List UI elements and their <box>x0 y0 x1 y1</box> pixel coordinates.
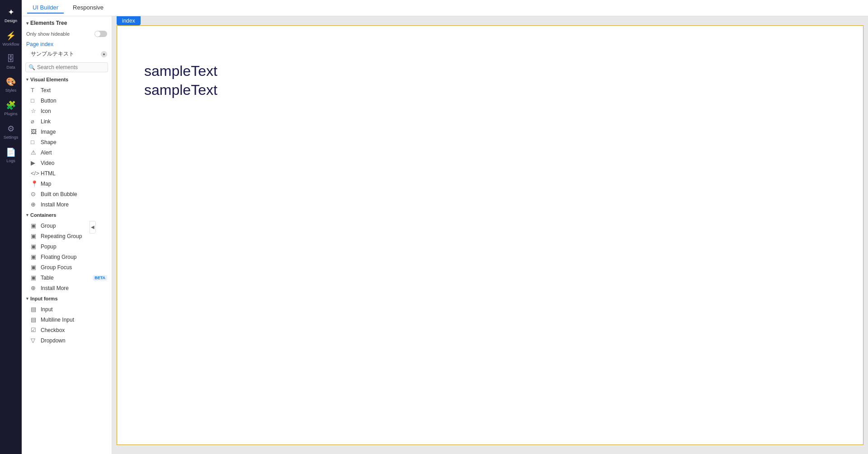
element-item-text[interactable]: T Text <box>22 85 112 95</box>
settings-icon: ⚙ <box>7 124 14 134</box>
element-label-built-on-bubble: Built on Bubble <box>41 191 77 197</box>
nav-item-logs[interactable]: 📄 Logs <box>0 144 22 167</box>
element-label-link: Link <box>41 118 51 125</box>
tab-responsive[interactable]: Responsive <box>67 2 109 14</box>
install-more-containers-icon: ⊕ <box>31 285 38 291</box>
sample-text-visibility-btn[interactable]: ● <box>101 51 107 57</box>
multiline-input-icon: ▤ <box>31 316 38 323</box>
logs-icon: 📄 <box>6 147 16 157</box>
table-icon: ▣ <box>31 274 38 281</box>
visual-elements-chevron: ▾ <box>26 77 28 82</box>
repeating-group-icon: ▣ <box>31 233 38 239</box>
content-area: ▾ Elements Tree Only show hideable Page … <box>22 16 868 454</box>
element-item-button[interactable]: □ Button <box>22 95 112 106</box>
top-bar: UI Builder Responsive <box>22 0 868 16</box>
search-input[interactable] <box>37 64 105 70</box>
element-label-text: Text <box>41 87 51 94</box>
button-icon: □ <box>31 97 38 104</box>
map-icon: 📍 <box>31 180 38 187</box>
sample-text-row: サンプルテキスト ● <box>22 49 112 61</box>
element-label-floating-group: Floating Group <box>41 254 76 260</box>
tab-ui-builder[interactable]: UI Builder <box>27 2 64 14</box>
element-item-dropdown[interactable]: ▽ Dropdown <box>22 335 112 346</box>
input-icon: ▤ <box>31 306 38 313</box>
page-index-row[interactable]: Page index <box>22 40 112 49</box>
element-item-icon[interactable]: ☆ Icon <box>22 106 112 116</box>
only-show-toggle[interactable] <box>94 31 107 37</box>
containers-label: Containers <box>30 212 56 218</box>
element-label-group-focus: Group Focus <box>41 264 72 271</box>
elements-tree-header: ▾ Elements Tree <box>22 16 112 30</box>
element-item-multiline-input[interactable]: ▤ Multiline Input <box>22 314 112 325</box>
element-label-alert: Alert <box>41 150 52 156</box>
element-label-checkbox: Checkbox <box>41 327 65 333</box>
sample-text-display-2: sampleText <box>144 81 836 100</box>
element-item-install-more-visual[interactable]: ⊕ Install More <box>22 199 112 210</box>
input-forms-chevron: ▾ <box>26 296 28 301</box>
element-item-install-more-containers[interactable]: ⊕ Install More <box>22 283 112 293</box>
left-panel: ▾ Elements Tree Only show hideable Page … <box>22 16 112 454</box>
element-item-checkbox[interactable]: ☑ Checkbox <box>22 325 112 335</box>
checkbox-icon: ☑ <box>31 327 38 333</box>
sample-text-display-1: sampleText <box>144 62 836 81</box>
link-icon: ⌀ <box>31 118 38 125</box>
element-item-popup[interactable]: ▣ Popup <box>22 241 112 252</box>
element-item-table[interactable]: ▣ Table BETA <box>22 272 112 283</box>
element-label-repeating-group: Repeating Group <box>41 233 82 239</box>
canvas-content: sampleText sampleText <box>117 26 863 136</box>
nav-item-settings[interactable]: ⚙ Settings <box>0 120 22 144</box>
floating-group-icon: ▣ <box>31 253 38 260</box>
element-item-video[interactable]: ▶ Video <box>22 158 112 168</box>
element-item-html[interactable]: </> HTML <box>22 168 112 178</box>
element-label-icon: Icon <box>41 108 51 114</box>
styles-icon: 🎨 <box>6 77 16 87</box>
only-show-hideable-row: Only show hideable <box>22 30 112 40</box>
element-label-map: Map <box>41 181 51 187</box>
nav-item-styles[interactable]: 🎨 Styles <box>0 73 22 97</box>
canvas-area: index sampleText sampleText <box>112 16 868 454</box>
shape-icon: □ <box>31 139 38 145</box>
collapse-panel-button[interactable]: ◀ <box>90 221 96 234</box>
nav-item-plugins[interactable]: 🧩 Plugins <box>0 97 22 120</box>
element-label-html: HTML <box>41 170 56 177</box>
element-item-group-focus[interactable]: ▣ Group Focus <box>22 262 112 272</box>
main-container: UI Builder Responsive ▾ Elements Tree On… <box>22 0 868 454</box>
element-item-image[interactable]: 🖼 Image <box>22 126 112 137</box>
sample-text-label: サンプルテキスト <box>31 50 74 58</box>
popup-icon: ▣ <box>31 243 38 250</box>
icon-icon: ☆ <box>31 108 38 114</box>
element-label-group: Group <box>41 223 56 229</box>
element-label-install-more-visual: Install More <box>41 201 69 208</box>
element-label-multiline-input: Multiline Input <box>41 317 74 323</box>
element-item-floating-group[interactable]: ▣ Floating Group <box>22 252 112 262</box>
element-label-popup: Popup <box>41 243 57 250</box>
elements-tree-chevron: ▾ <box>26 21 28 26</box>
alert-icon: ⚠ <box>31 149 38 156</box>
video-icon: ▶ <box>31 159 38 166</box>
element-label-shape: Shape <box>41 139 57 145</box>
nav-item-workflow[interactable]: ⚡ Workflow <box>0 27 22 51</box>
input-forms-label: Input forms <box>30 296 58 301</box>
element-item-repeating-group[interactable]: ▣ Repeating Group <box>22 231 112 241</box>
element-item-built-on-bubble[interactable]: ⊙ Built on Bubble <box>22 189 112 199</box>
element-item-alert[interactable]: ⚠ Alert <box>22 147 112 158</box>
element-item-group[interactable]: ▣ Group <box>22 220 112 231</box>
element-item-link[interactable]: ⌀ Link <box>22 116 112 126</box>
visual-elements-label: Visual Elements <box>30 77 68 82</box>
dropdown-icon: ▽ <box>31 337 38 344</box>
element-item-map[interactable]: 📍 Map <box>22 178 112 189</box>
element-label-button: Button <box>41 98 57 104</box>
install-more-visual-icon: ⊕ <box>31 201 38 208</box>
nav-item-design[interactable]: ✦ Design <box>0 4 22 27</box>
element-label-install-more-containers: Install More <box>41 285 69 291</box>
element-item-input[interactable]: ▤ Input <box>22 304 112 314</box>
design-icon: ✦ <box>8 7 14 17</box>
element-label-video: Video <box>41 160 54 166</box>
nav-item-data[interactable]: 🗄 Data <box>0 51 22 74</box>
workflow-icon: ⚡ <box>6 31 16 41</box>
element-item-shape[interactable]: □ Shape <box>22 137 112 147</box>
image-icon: 🖼 <box>31 128 38 135</box>
built-on-bubble-icon: ⊙ <box>31 191 38 197</box>
visual-elements-header: ▾ Visual Elements <box>22 74 112 85</box>
canvas-frame[interactable]: sampleText sampleText <box>117 25 863 445</box>
